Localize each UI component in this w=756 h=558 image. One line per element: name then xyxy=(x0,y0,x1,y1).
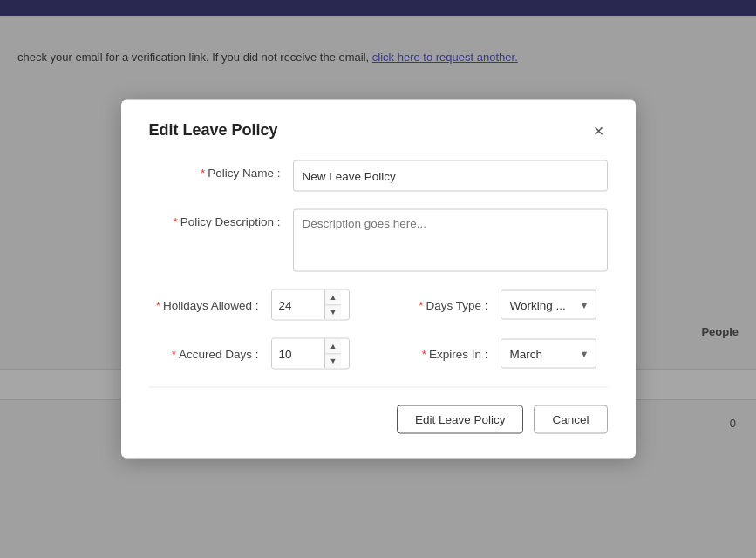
holidays-allowed-group: *Holidays Allowed : ▲ ▼ xyxy=(149,289,378,321)
expires-in-select-wrapper: January February March April May June Ju… xyxy=(501,339,596,369)
accured-expires-row: *Accured Days : ▲ ▼ *Expires In : Januar… xyxy=(149,338,608,370)
spinner-up-button[interactable]: ▲ xyxy=(325,290,342,306)
spinner-down-button[interactable]: ▼ xyxy=(325,305,342,320)
required-star-4: * xyxy=(419,298,423,311)
required-star-6: * xyxy=(422,347,426,360)
days-type-group: *Days Type : Working ... Calendar Days ▼ xyxy=(378,290,608,320)
expires-in-label: *Expires In : xyxy=(378,347,501,360)
accured-days-group: *Accured Days : ▲ ▼ xyxy=(149,338,378,370)
policy-name-label: *Policy Name : xyxy=(149,160,293,180)
required-star-3: * xyxy=(156,298,160,311)
modal-divider xyxy=(149,387,608,388)
accured-days-label: *Accured Days : xyxy=(149,347,271,360)
accured-days-spinner: ▲ ▼ xyxy=(271,338,350,370)
modal-title: Edit Leave Policy xyxy=(149,121,278,140)
accured-spinner-up-button[interactable]: ▲ xyxy=(325,339,342,355)
accured-spinner-down-button[interactable]: ▼ xyxy=(325,354,342,369)
policy-description-row: *Policy Description : xyxy=(149,209,608,272)
days-type-select-wrapper: Working ... Calendar Days ▼ xyxy=(501,290,596,320)
holidays-allowed-spinner: ▲ ▼ xyxy=(271,289,350,321)
holidays-allowed-label: *Holidays Allowed : xyxy=(149,298,271,311)
policy-name-input[interactable] xyxy=(293,160,608,192)
expires-in-group: *Expires In : January February March Apr… xyxy=(378,339,608,369)
spinner-buttons: ▲ ▼ xyxy=(324,290,342,320)
accured-days-input[interactable] xyxy=(272,339,324,369)
cancel-button[interactable]: Cancel xyxy=(534,405,607,434)
required-star: * xyxy=(201,167,205,180)
accured-spinner-buttons: ▲ ▼ xyxy=(324,339,342,369)
required-star-2: * xyxy=(173,215,177,228)
modal-footer: Edit Leave Policy Cancel xyxy=(149,405,608,434)
edit-leave-policy-button[interactable]: Edit Leave Policy xyxy=(397,405,524,434)
policy-description-textarea[interactable] xyxy=(293,209,608,272)
days-type-label: *Days Type : xyxy=(378,298,501,311)
policy-description-label: *Policy Description : xyxy=(149,209,293,228)
holidays-allowed-input[interactable] xyxy=(272,290,324,320)
edit-leave-policy-modal: Edit Leave Policy × *Policy Name : *Poli… xyxy=(121,100,636,459)
policy-name-row: *Policy Name : xyxy=(149,160,608,192)
modal-header: Edit Leave Policy × xyxy=(149,121,608,140)
days-type-select[interactable]: Working ... Calendar Days xyxy=(501,290,596,320)
holidays-days-row: *Holidays Allowed : ▲ ▼ *Days Type : Wor… xyxy=(149,289,608,321)
close-button[interactable]: × xyxy=(590,121,608,139)
required-star-5: * xyxy=(172,347,176,360)
expires-in-select[interactable]: January February March April May June Ju… xyxy=(501,339,596,369)
